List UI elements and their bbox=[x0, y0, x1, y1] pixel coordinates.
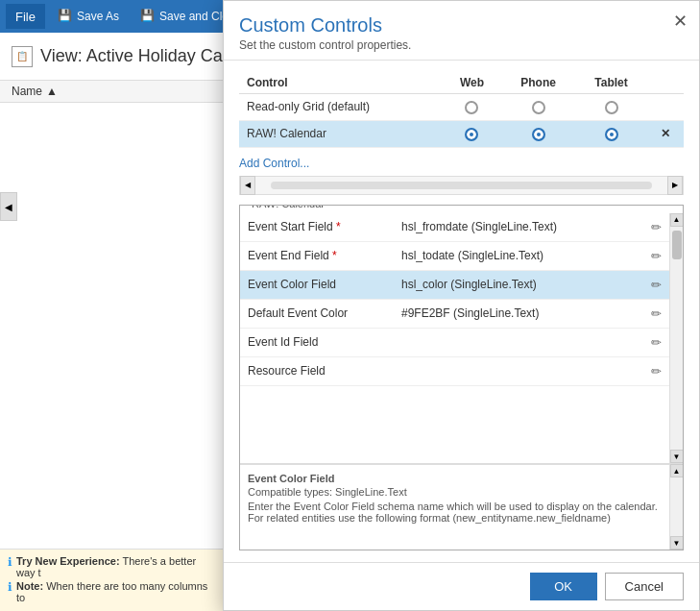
prop-row-6: Resource Field ✏ bbox=[240, 356, 669, 385]
prop-field-1: Event Start Field * bbox=[240, 213, 394, 242]
notif-note-line: ℹ Note: When there are too many columns … bbox=[8, 580, 215, 603]
view-icon: 📋 bbox=[12, 46, 33, 67]
edit-icon-4[interactable]: ✏ bbox=[651, 306, 662, 321]
info-icon: ℹ bbox=[8, 555, 12, 569]
prop-edit-6[interactable]: ✏ bbox=[642, 356, 669, 385]
description-area: Event Color Field Compatible types: Sing… bbox=[240, 464, 669, 550]
edit-icon-2[interactable]: ✏ bbox=[651, 249, 662, 263]
note-icon: ℹ bbox=[8, 580, 12, 594]
delete-button-2[interactable]: ✕ bbox=[647, 120, 684, 147]
prop-value-4: #9FE2BF (SingleLine.Text) bbox=[394, 299, 642, 328]
desc-scrollbar[interactable]: ▲ ▼ bbox=[669, 464, 683, 550]
edit-icon-5[interactable]: ✏ bbox=[651, 335, 662, 350]
prop-edit-4[interactable]: ✏ bbox=[642, 299, 669, 328]
delete-1 bbox=[647, 94, 684, 121]
prop-row-5: Event Id Field ✏ bbox=[240, 328, 669, 356]
prop-edit-5[interactable]: ✏ bbox=[642, 328, 669, 356]
properties-scrollbar[interactable]: ▲ ▼ bbox=[669, 213, 683, 463]
prop-value-1: hsl_fromdate (SingleLine.Text) bbox=[394, 213, 642, 242]
scroll-thumb bbox=[672, 231, 682, 259]
prop-edit-3[interactable]: ✏ bbox=[642, 270, 669, 299]
note-label: Note: bbox=[16, 580, 43, 592]
prop-row-2: Event End Field * hsl_todate (SingleLine… bbox=[240, 241, 669, 270]
radio-phone-filled-2[interactable] bbox=[532, 128, 545, 141]
radio-tablet-filled-2[interactable] bbox=[605, 128, 618, 141]
horizontal-scrollbar[interactable]: ◀ ▶ bbox=[239, 176, 684, 195]
left-nav-arrow[interactable]: ◀ bbox=[0, 192, 17, 221]
prop-value-2: hsl_todate (SingleLine.Text) bbox=[394, 241, 642, 270]
col-tablet: Tablet bbox=[575, 72, 646, 94]
radio-tablet-empty-1[interactable] bbox=[605, 101, 618, 114]
prop-edit-2[interactable]: ✏ bbox=[642, 241, 669, 270]
phone-radio-2[interactable] bbox=[501, 120, 576, 147]
edit-icon-1[interactable]: ✏ bbox=[651, 220, 662, 234]
ok-button[interactable]: OK bbox=[530, 573, 597, 600]
col-actions bbox=[647, 72, 684, 94]
desc-compatible: Compatible types: SingleLine.Text bbox=[248, 486, 662, 498]
required-star-1: * bbox=[336, 220, 341, 233]
modal-header: Custom Controls Set the custom control p… bbox=[224, 1, 699, 61]
modal-title: Custom Controls bbox=[239, 14, 684, 37]
desc-scroll-down[interactable]: ▼ bbox=[670, 536, 684, 550]
scroll-left-arrow[interactable]: ◀ bbox=[240, 176, 255, 195]
modal-dialog: Custom Controls Set the custom control p… bbox=[223, 0, 700, 611]
file-button[interactable]: File bbox=[6, 4, 45, 29]
scroll-right-arrow[interactable]: ▶ bbox=[667, 176, 683, 195]
modal-body: Control Web Phone Tablet Read-only Grid … bbox=[224, 61, 699, 562]
table-row: RAW! Calendar ✕ bbox=[239, 120, 684, 147]
scroll-up-btn[interactable]: ▲ bbox=[670, 213, 684, 227]
try-label: Try New Experience: bbox=[16, 555, 120, 567]
prop-field-4: Default Event Color bbox=[240, 299, 394, 328]
prop-field-2: Event End Field * bbox=[240, 241, 394, 270]
prop-value-5 bbox=[394, 328, 642, 356]
prop-edit-1[interactable]: ✏ bbox=[642, 213, 669, 242]
radio-web-filled-2[interactable] bbox=[465, 128, 478, 141]
web-radio-2[interactable] bbox=[443, 120, 501, 147]
sort-icon: ▲ bbox=[46, 85, 58, 98]
properties-body: Event Start Field * hsl_fromdate (Single… bbox=[240, 213, 683, 463]
properties-table-wrap: Event Start Field * hsl_fromdate (Single… bbox=[240, 213, 669, 463]
col-control: Control bbox=[239, 72, 443, 94]
prop-value-6 bbox=[394, 356, 642, 385]
controls-table: Control Web Phone Tablet Read-only Grid … bbox=[239, 72, 684, 148]
fieldset-legend: RAW! Calendar bbox=[248, 205, 328, 209]
required-star-2: * bbox=[332, 249, 337, 262]
tablet-radio-2[interactable] bbox=[575, 120, 646, 147]
col-web: Web bbox=[443, 72, 501, 94]
table-row: Read-only Grid (default) bbox=[239, 94, 684, 121]
prop-field-3: Event Color Field bbox=[240, 270, 394, 299]
web-radio-1[interactable] bbox=[443, 94, 501, 121]
view-title: View: Active Holiday Calen bbox=[40, 46, 246, 66]
col-phone: Phone bbox=[501, 72, 576, 94]
notif-try-line: ℹ Try New Experience: There's a better w… bbox=[8, 555, 215, 578]
control-name-2: RAW! Calendar bbox=[239, 120, 443, 147]
prop-field-5: Event Id Field bbox=[240, 328, 394, 356]
desc-scroll-up[interactable]: ▲ bbox=[670, 464, 684, 477]
notification-bar: ℹ Try New Experience: There's a better w… bbox=[0, 549, 223, 611]
properties-fieldset: RAW! Calendar Event Start Field * hsl_fr… bbox=[239, 205, 684, 550]
save-as-button[interactable]: 💾 Save As bbox=[49, 4, 128, 29]
phone-radio-1[interactable] bbox=[501, 94, 576, 121]
cancel-button[interactable]: Cancel bbox=[605, 573, 684, 600]
edit-icon-6[interactable]: ✏ bbox=[651, 364, 662, 379]
edit-icon-3[interactable]: ✏ bbox=[651, 278, 662, 292]
note-text: When there are too many columns to bbox=[16, 580, 207, 603]
prop-value-3: hsl_color (SingleLine.Text) bbox=[394, 270, 642, 299]
tablet-radio-1[interactable] bbox=[575, 94, 646, 121]
prop-row-3: Event Color Field hsl_color (SingleLine.… bbox=[240, 270, 669, 299]
prop-field-6: Resource Field bbox=[240, 356, 394, 385]
desc-text: Enter the Event Color Field schema name … bbox=[248, 501, 662, 524]
scroll-down-btn[interactable]: ▼ bbox=[670, 450, 684, 463]
add-control-link[interactable]: Add Control... bbox=[239, 157, 309, 170]
list-col-name: Name bbox=[12, 85, 42, 98]
save-as-label: Save As bbox=[77, 10, 119, 23]
modal-subtitle: Set the custom control properties. bbox=[239, 38, 684, 52]
prop-row-1: Event Start Field * hsl_fromdate (Single… bbox=[240, 213, 669, 242]
radio-phone-empty-1[interactable] bbox=[532, 101, 545, 114]
control-name-1: Read-only Grid (default) bbox=[239, 94, 443, 121]
modal-close-button[interactable]: ✕ bbox=[673, 12, 688, 30]
desc-field-name: Event Color Field bbox=[248, 473, 662, 484]
properties-table: Event Start Field * hsl_fromdate (Single… bbox=[240, 213, 669, 386]
radio-web-empty-1[interactable] bbox=[465, 101, 478, 114]
modal-footer: OK Cancel bbox=[224, 562, 699, 610]
